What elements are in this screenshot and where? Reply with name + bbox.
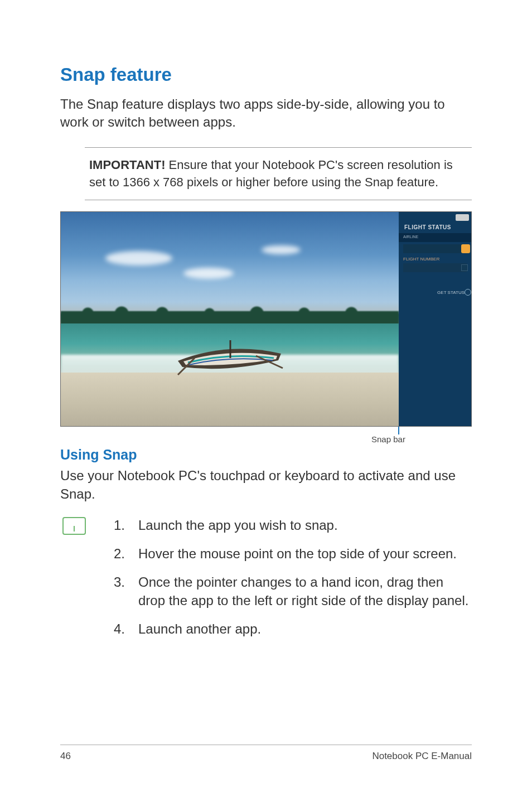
step-1: 1.Launch the app you wish to snap. [114, 516, 472, 534]
boat-illustration [172, 336, 284, 386]
flight-number-label: FLIGHT NUMBER [403, 257, 439, 262]
flight-number-field [403, 263, 467, 272]
doc-title: Notebook PC E-Manual [372, 751, 472, 762]
step-2: 2.Hover the mouse point on the top side … [114, 544, 472, 563]
close-icon [456, 214, 469, 221]
step-3: 3.Once the pointer changes to a hand ico… [114, 573, 472, 610]
page-number: 46 [60, 751, 71, 762]
page-heading: Snap feature [60, 64, 472, 85]
important-note: IMPORTANT! Ensure that your Notebook PC'… [85, 147, 472, 201]
dropdown-icon [461, 244, 470, 253]
get-status-label: GET STATUS [437, 290, 465, 295]
side-band: AIRLINE [399, 233, 471, 242]
step-4: 4.Launch another app. [114, 620, 472, 638]
snap-screenshot: FLIGHT STATUS AIRLINE FLIGHT NUMBER GET … [60, 211, 472, 441]
intro-paragraph: The Snap feature displays two apps side-… [60, 95, 472, 132]
snap-bar-indicator [398, 427, 399, 434]
important-label: IMPORTANT! [89, 158, 165, 172]
steps-list: 1.Launch the app you wish to snap. 2.Hov… [114, 516, 472, 649]
snap-bar-caption: Snap bar [371, 434, 405, 444]
photo-app-pane [61, 212, 399, 426]
airline-field [403, 244, 467, 253]
airline-label: AIRLINE [403, 235, 418, 239]
page-footer: 46 Notebook PC E-Manual [60, 745, 472, 762]
touchpad-icon [62, 517, 86, 535]
side-app-title: FLIGHT STATUS [404, 224, 451, 230]
subintro: Use your Notebook PC's touchpad or keybo… [60, 466, 472, 503]
subheading: Using Snap [60, 447, 472, 463]
go-icon [465, 289, 471, 296]
snapped-app-pane: FLIGHT STATUS AIRLINE FLIGHT NUMBER GET … [399, 212, 471, 426]
